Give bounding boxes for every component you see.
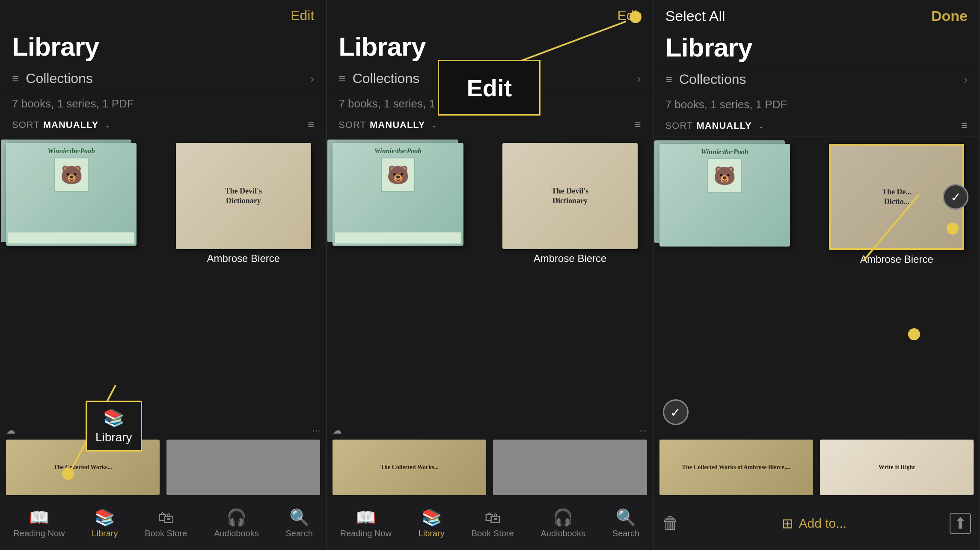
sort-prefix-1: SORT (12, 119, 40, 131)
library-title-1: Library (0, 28, 326, 66)
dots-icon-2[interactable]: ··· (639, 425, 647, 436)
winnie-illustration-1: 🐻 (54, 158, 89, 192)
bottom-nav-1: 📖 Reading Now 📚 Library 🛍 Book Store 🎧 A… (0, 499, 326, 550)
devils-title-1: The Devil'sDictionary (225, 186, 262, 206)
yellow-dot-devils-selected (947, 223, 959, 235)
add-to-button-3[interactable]: ⊞ Add to... (679, 515, 950, 532)
sort-chevron-2: ⌄ (431, 120, 437, 130)
share-button-3[interactable]: ⬆ (950, 513, 971, 534)
list-view-icon-3[interactable]: ≡ (961, 119, 968, 132)
list-view-icon-1[interactable]: ≡ (308, 118, 314, 131)
library-title-3: Library (653, 29, 980, 67)
nav-reading-icon-1: 📖 (29, 508, 49, 527)
collections-chevron-1: › (310, 72, 314, 86)
nav-audio-icon-1: 🎧 (226, 508, 246, 527)
sort-prefix-2: SORT (339, 119, 366, 131)
nav-item-audiobooks-2[interactable]: 🎧 Audiobooks (540, 508, 585, 538)
lower-books-2: The Collected Works... (327, 438, 653, 499)
nav-search-icon-2: 🔍 (616, 508, 636, 527)
collections-icon-2: ≡ (339, 72, 345, 86)
nav-item-search-1[interactable]: 🔍 Search (286, 508, 313, 538)
action-bar-3: 🗑 ⊞ Add to... ⬆ (653, 499, 980, 550)
sort-chevron-3: ⌄ (758, 121, 764, 131)
nav-bookstore-icon-2: 🛍 (484, 508, 501, 527)
yellow-dot-devils-check (908, 328, 920, 340)
dots-icon-1[interactable]: ··· (312, 425, 320, 436)
panel-1-content: Edit Library ≡ Collections › 7 books, 1 … (0, 0, 327, 550)
top-bar-2: Edit (327, 0, 653, 28)
sort-value-2[interactable]: MANUALLY (370, 119, 425, 131)
edit-box-annotation: Edit (438, 60, 540, 116)
lower-book-3b[interactable]: Write It Right (820, 440, 974, 495)
delete-icon-3: 🗑 (662, 514, 679, 533)
book-bottom-row-1: ☁ ··· (0, 422, 326, 438)
book-item-winnie-3[interactable]: Winnie·the·Pooh 🐻 ✓ (659, 144, 813, 438)
collections-row-3[interactable]: ≡ Collections › (653, 67, 980, 92)
books-grid-2: Winnie·the·Pooh 🐻 The Devil'sDictionary (327, 136, 653, 422)
nav-item-library-2[interactable]: 📚 Library (419, 508, 445, 538)
lower-book-3a[interactable]: The Collected Works of Ambrose Bierce,..… (659, 440, 813, 495)
nav-library-icon-1: 📚 (95, 508, 115, 527)
lower-books-3: The Collected Works of Ambrose Bierce,..… (653, 438, 980, 499)
cloud-icon-1: ☁ (6, 425, 15, 436)
devils-check-badge-3[interactable]: ✓ (943, 184, 968, 210)
library-badge-icon: 📚 (103, 408, 125, 428)
top-bar-1: Edit (0, 0, 326, 28)
sort-row-1: SORT MANUALLY ⌄ ≡ (0, 114, 326, 136)
nav-item-reading-now-1[interactable]: 📖 Reading Now (13, 508, 65, 538)
select-all-button[interactable]: Select All (665, 8, 725, 24)
book-item-devils-2[interactable]: The Devil'sDictionary Ambrose Bierce (493, 143, 647, 422)
devils-check-icon-3: ✓ (950, 190, 961, 205)
devils-cover-1: The Devil'sDictionary (176, 143, 311, 249)
lower-book-title-3b: Write It Right (879, 464, 915, 471)
nav-item-library-1[interactable]: 📚 Library (92, 508, 118, 538)
devils-author-1: Ambrose Bierce (205, 253, 282, 265)
winnie-title-1: Winnie·the·Pooh (48, 147, 95, 155)
delete-button-3[interactable]: 🗑 (662, 514, 679, 533)
book-item-devils-1[interactable]: The Devil'sDictionary Ambrose Bierce (166, 143, 320, 422)
done-button[interactable]: Done (931, 8, 968, 24)
lower-book-2b[interactable] (493, 440, 647, 495)
books-grid-1: Winnie·the·Pooh 🐻 The Devil'sDictionary (0, 136, 326, 422)
nav-item-search-2[interactable]: 🔍 Search (612, 508, 639, 538)
nav-library-label-2: Library (419, 529, 445, 538)
yellow-dot-library (62, 468, 74, 480)
sort-value-3[interactable]: MANUALLY (696, 120, 751, 131)
library-badge-text: Library (95, 431, 132, 444)
nav-item-reading-now-2[interactable]: 📖 Reading Now (340, 508, 392, 538)
collections-label-1: Collections (26, 71, 310, 86)
nav-library-label-1: Library (92, 529, 118, 538)
nav-search-label-2: Search (612, 529, 639, 538)
nav-item-audiobooks-1[interactable]: 🎧 Audiobooks (214, 508, 259, 538)
library-badge-annotation: 📚 Library (86, 401, 142, 452)
nav-bookstore-label-2: Book Store (472, 529, 514, 538)
book-item-winnie-1[interactable]: Winnie·the·Pooh 🐻 (6, 143, 160, 422)
lower-book-1b[interactable] (166, 440, 320, 495)
panel-3: Select All Done Library ≡ Collections › … (653, 0, 980, 550)
panel-3-content: Select All Done Library ≡ Collections › … (653, 0, 980, 550)
edit-button-1[interactable]: Edit (291, 8, 314, 24)
subtitle-1: 7 books, 1 series, 1 PDF (0, 91, 326, 114)
nav-audio-label-2: Audiobooks (540, 529, 585, 538)
list-view-icon-2[interactable]: ≡ (634, 118, 641, 131)
winnie-title-2: Winnie·the·Pooh (374, 147, 422, 155)
books-grid-3: Winnie·the·Pooh 🐻 ✓ The De...Dictio... (653, 137, 980, 438)
top-bar-3: Select All Done (653, 0, 980, 29)
collections-row-1[interactable]: ≡ Collections › (0, 66, 326, 91)
book-item-winnie-2[interactable]: Winnie·the·Pooh 🐻 (333, 143, 486, 422)
lower-book-2a[interactable]: The Collected Works... (333, 440, 486, 495)
nav-reading-label-2: Reading Now (340, 529, 392, 538)
devils-cover-2: The Devil'sDictionary (502, 143, 638, 249)
lower-book-title-1a: The Collected Works... (53, 464, 112, 471)
add-to-icon-3: ⊞ (782, 515, 793, 532)
nav-bookstore-label-1: Book Store (145, 529, 187, 538)
nav-item-bookstore-2[interactable]: 🛍 Book Store (472, 508, 514, 538)
lower-book-title-3a: The Collected Works of Ambrose Bierce,..… (682, 464, 790, 471)
sort-chevron-1: ⌄ (104, 120, 111, 130)
book-item-devils-3[interactable]: The De...Dictio... ✓ Ambrose Bierce (820, 144, 974, 438)
collections-icon-1: ≡ (12, 72, 19, 86)
nav-library-icon-2: 📚 (422, 508, 442, 527)
sort-value-1[interactable]: MANUALLY (43, 119, 98, 131)
winnie-check-badge-3[interactable]: ✓ (663, 399, 689, 425)
nav-item-bookstore-1[interactable]: 🛍 Book Store (145, 508, 187, 538)
